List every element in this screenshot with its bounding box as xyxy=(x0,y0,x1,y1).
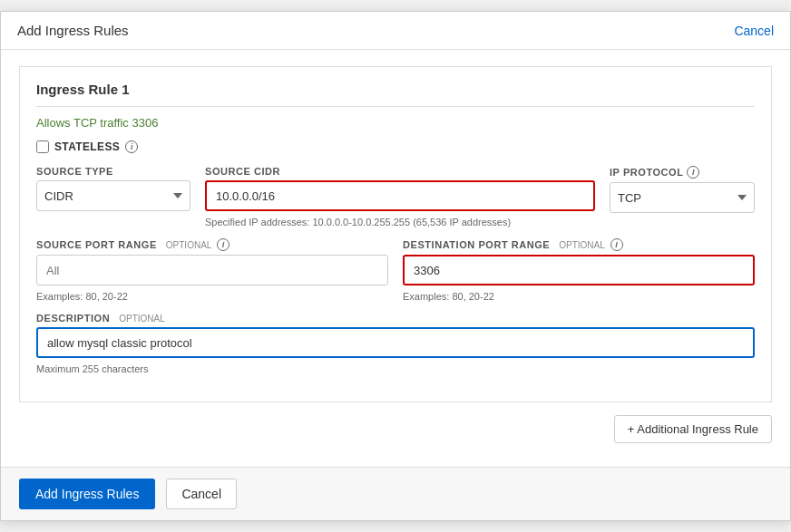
description-hint: Maximum 255 characters xyxy=(36,363,755,374)
source-port-label: SOURCE PORT RANGE OPTIONAL i xyxy=(36,238,388,251)
ip-protocol-info-icon[interactable]: i xyxy=(687,166,699,179)
stateless-checkbox[interactable] xyxy=(36,140,49,153)
dest-port-input[interactable] xyxy=(403,255,755,285)
source-port-hint: Examples: 80, 20-22 xyxy=(36,291,388,302)
source-cidr-group: SOURCE CIDR Specified IP addresses: 10.0… xyxy=(205,166,595,227)
source-cidr-hint: Specified IP addresses: 10.0.0.0-10.0.25… xyxy=(205,217,595,227)
dest-port-info-icon[interactable]: i xyxy=(610,238,623,251)
dest-port-optional: OPTIONAL xyxy=(559,240,605,250)
source-cidr-input[interactable] xyxy=(205,180,595,211)
source-cidr-label: SOURCE CIDR xyxy=(205,166,595,177)
modal-body: Ingress Rule 1 Allows TCP traffic 3306 S… xyxy=(1,50,790,467)
source-port-group: SOURCE PORT RANGE OPTIONAL i Examples: 8… xyxy=(36,238,388,302)
additional-rule-button[interactable]: + Additional Ingress Rule xyxy=(614,415,772,443)
dest-port-hint: Examples: 80, 20-22 xyxy=(403,291,755,302)
description-group: DESCRIPTION OPTIONAL Maximum 255 charact… xyxy=(36,313,755,374)
modal-title: Add Ingress Rules xyxy=(17,23,129,38)
stateless-info-icon[interactable]: i xyxy=(125,140,138,153)
header-cancel-link[interactable]: Cancel xyxy=(734,24,774,38)
footer-cancel-button[interactable]: Cancel xyxy=(166,479,237,509)
description-label: DESCRIPTION OPTIONAL xyxy=(36,313,755,324)
source-port-input[interactable] xyxy=(36,255,388,285)
allows-text: Allows TCP traffic 3306 xyxy=(36,116,755,130)
rule-section: Ingress Rule 1 Allows TCP traffic 3306 S… xyxy=(19,66,772,402)
source-type-select[interactable]: CIDR Service NSG xyxy=(36,180,190,211)
add-ingress-rules-button[interactable]: Add Ingress Rules xyxy=(19,479,155,509)
ip-protocol-label: IP PROTOCOL i xyxy=(610,166,755,179)
ip-protocol-group: IP PROTOCOL i TCP UDP ICMP All Protocols xyxy=(610,166,755,213)
description-optional: OPTIONAL xyxy=(119,314,165,324)
source-row: SOURCE TYPE CIDR Service NSG SOURCE CIDR… xyxy=(36,166,755,227)
description-input[interactable] xyxy=(36,327,755,358)
stateless-row: STATELESS i xyxy=(36,140,755,153)
source-type-label: SOURCE TYPE xyxy=(36,166,190,177)
modal-container: Add Ingress Rules Cancel Ingress Rule 1 … xyxy=(0,11,791,521)
source-port-info-icon[interactable]: i xyxy=(217,238,229,251)
source-port-optional: OPTIONAL xyxy=(166,240,212,250)
port-range-row: SOURCE PORT RANGE OPTIONAL i Examples: 8… xyxy=(36,238,755,302)
rule-title: Ingress Rule 1 xyxy=(36,82,755,107)
dest-port-label: DESTINATION PORT RANGE OPTIONAL i xyxy=(403,238,755,251)
modal-header: Add Ingress Rules Cancel xyxy=(1,12,790,50)
stateless-label: STATELESS xyxy=(54,140,120,153)
modal-footer: Add Ingress Rules Cancel xyxy=(1,467,790,520)
dest-port-group: DESTINATION PORT RANGE OPTIONAL i Exampl… xyxy=(403,238,755,302)
additional-rule-row: + Additional Ingress Rule xyxy=(19,415,772,443)
ip-protocol-select[interactable]: TCP UDP ICMP All Protocols xyxy=(610,182,755,213)
source-type-group: SOURCE TYPE CIDR Service NSG xyxy=(36,166,190,211)
